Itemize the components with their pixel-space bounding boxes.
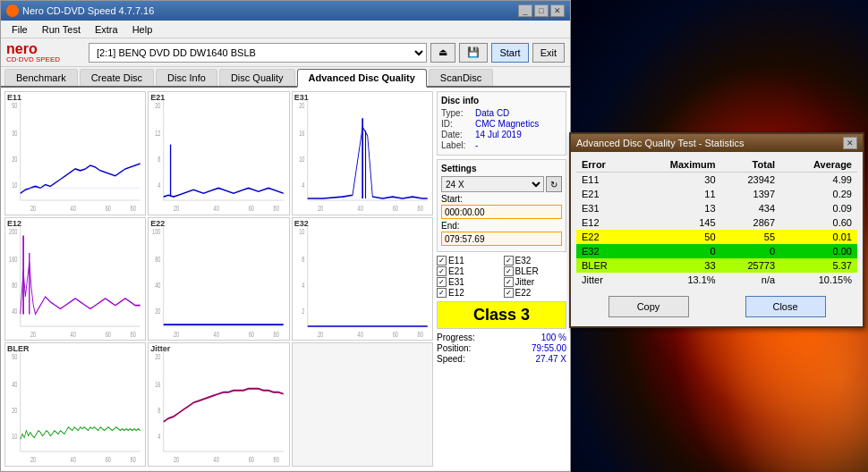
cb-e32-label: E32: [515, 256, 532, 266]
svg-text:16: 16: [299, 128, 305, 138]
chart-bler: BLER 50 40 20 10 20 40 60 80: [4, 342, 146, 467]
cb-e32-box[interactable]: [504, 256, 514, 266]
cb-e12[interactable]: E12: [437, 288, 500, 298]
cb-jitter-box[interactable]: [504, 277, 514, 287]
stats-e31-name: E31: [576, 201, 634, 215]
tab-scandisc[interactable]: ScanDisc: [429, 69, 493, 86]
disc-info-panel: Disc info Type: Data CD ID: CMC Magnetic…: [437, 91, 566, 156]
stats-e31-total: 434: [721, 201, 781, 215]
start-button[interactable]: Start: [491, 43, 528, 63]
stats-e21-max: 11: [634, 187, 721, 201]
stats-e22-total: 55: [721, 230, 781, 244]
stats-e12-name: E12: [576, 215, 634, 230]
stats-popup-close-btn[interactable]: ✕: [843, 137, 857, 149]
stats-jitter-max: 13.1%: [634, 273, 721, 287]
tab-benchmark[interactable]: Benchmark: [4, 69, 78, 86]
speed-select[interactable]: 24 X: [441, 176, 544, 192]
cb-e22-box[interactable]: [504, 288, 514, 298]
svg-text:40: 40: [156, 280, 162, 290]
svg-text:80: 80: [274, 203, 280, 213]
svg-text:60: 60: [106, 455, 112, 465]
stats-e22-avg: 0.01: [780, 230, 857, 244]
stats-jitter-avg: 10.15%: [780, 273, 857, 287]
cb-bler[interactable]: BLER: [504, 266, 567, 276]
svg-text:20: 20: [318, 329, 324, 339]
stats-row-jitter: Jitter 13.1% n/a 10.15%: [576, 273, 857, 287]
cb-e32[interactable]: E32: [504, 256, 567, 266]
cb-e12-box[interactable]: [437, 288, 447, 298]
stats-row-e11: E11 30 23942 4.99: [576, 173, 857, 188]
svg-text:60: 60: [106, 203, 112, 213]
app-icon: [6, 4, 19, 17]
svg-text:40: 40: [357, 329, 363, 339]
speed-refresh-btn[interactable]: ↻: [546, 176, 562, 192]
cb-e22[interactable]: E22: [504, 288, 567, 298]
date-label: Date:: [441, 130, 475, 139]
cb-e21[interactable]: E21: [437, 266, 500, 276]
svg-text:80: 80: [12, 280, 18, 290]
cb-e21-box[interactable]: [437, 266, 447, 276]
tab-disc-quality[interactable]: Disc Quality: [219, 69, 295, 86]
stats-e21-name: E21: [576, 187, 634, 201]
end-label: End:: [441, 221, 562, 231]
svg-text:60: 60: [249, 203, 255, 213]
minimize-button[interactable]: _: [518, 4, 532, 17]
chart-e31-label: E31: [294, 93, 309, 102]
exit-button[interactable]: Exit: [532, 43, 565, 63]
cb-e11[interactable]: E11: [437, 256, 500, 266]
class-badge: Class 3: [437, 301, 566, 329]
menu-help[interactable]: Help: [125, 22, 160, 37]
stats-header-error: Error: [576, 157, 634, 173]
start-label: Start:: [441, 194, 562, 204]
copy-button[interactable]: Copy: [608, 296, 689, 317]
stats-e12-total: 2867: [721, 215, 781, 230]
svg-text:4: 4: [158, 181, 162, 190]
svg-text:80: 80: [156, 254, 162, 264]
cb-e21-label: E21: [448, 266, 464, 276]
id-label: ID:: [441, 119, 475, 129]
progress-row: Progress: 100 %: [437, 333, 566, 342]
app-title: Nero CD-DVD Speed 4.7.7.16: [22, 5, 518, 16]
chart-empty: [292, 342, 433, 467]
stats-e32-max: 0: [634, 244, 721, 258]
svg-text:4: 4: [158, 432, 162, 442]
cb-e31-box[interactable]: [437, 277, 447, 287]
tab-disc-info[interactable]: Disc Info: [156, 69, 217, 86]
tab-create-disc[interactable]: Create Disc: [80, 69, 154, 86]
id-value: CMC Magnetics: [475, 119, 539, 129]
label-label: Label:: [441, 140, 475, 150]
end-time-field[interactable]: [441, 232, 562, 246]
save-button[interactable]: 💾: [459, 43, 488, 63]
start-time-field[interactable]: [441, 205, 562, 219]
drive-select[interactable]: [2:1] BENQ DVD DD DW1640 BSLB: [89, 43, 427, 63]
app-window: Nero CD-DVD Speed 4.7.7.16 _ □ ✕ File Ru…: [0, 0, 571, 472]
svg-text:80: 80: [417, 203, 423, 213]
right-panel: Disc info Type: Data CD ID: CMC Magnetic…: [437, 91, 566, 467]
chart-jitter: Jitter 20 16 8 4 20 40 60 80: [148, 342, 289, 467]
close-button[interactable]: Close: [745, 296, 826, 317]
tab-advanced-disc-quality[interactable]: Advanced Disc Quality: [297, 69, 427, 88]
eject-button[interactable]: ⏏: [430, 43, 455, 63]
cb-e11-box[interactable]: [437, 256, 447, 266]
cb-e31[interactable]: E31: [437, 277, 500, 287]
maximize-button[interactable]: □: [534, 4, 549, 17]
svg-text:20: 20: [174, 329, 180, 339]
close-button[interactable]: ✕: [550, 4, 565, 17]
stats-e12-avg: 0.60: [780, 215, 857, 230]
menu-extra[interactable]: Extra: [88, 22, 125, 37]
cb-bler-box[interactable]: [504, 266, 514, 276]
stats-table: Error Maximum Total Average E11 30 23942…: [576, 157, 857, 287]
speed-row: 24 X ↻: [441, 176, 562, 192]
chart-e21: E21 20 12 8 4 20 40 60 80: [148, 91, 289, 215]
stats-row-e21: E21 11 1397 0.29: [576, 187, 857, 201]
cb-jitter[interactable]: Jitter: [504, 277, 567, 287]
svg-text:4: 4: [302, 280, 305, 290]
chart-e11-label: E11: [7, 93, 21, 102]
id-row: ID: CMC Magnetics: [441, 119, 562, 129]
stats-popup: Advanced Disc Quality Test - Statistics …: [569, 132, 864, 328]
stats-e32-total: 0: [721, 244, 781, 258]
svg-text:20: 20: [12, 154, 18, 164]
menu-file[interactable]: File: [4, 22, 35, 37]
menu-run-test[interactable]: Run Test: [35, 22, 88, 37]
svg-text:8: 8: [158, 406, 162, 416]
